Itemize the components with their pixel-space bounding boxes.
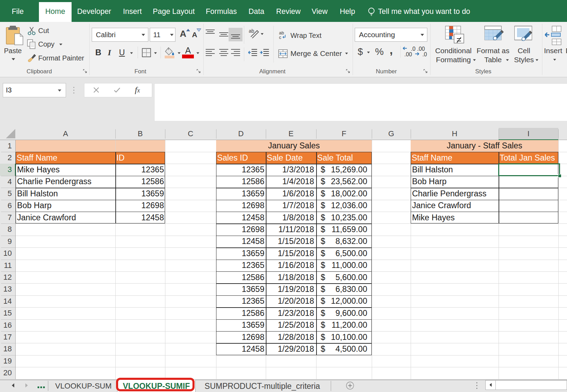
svg-text:ab: ab — [249, 28, 254, 34]
svg-text:c: c — [279, 35, 281, 40]
